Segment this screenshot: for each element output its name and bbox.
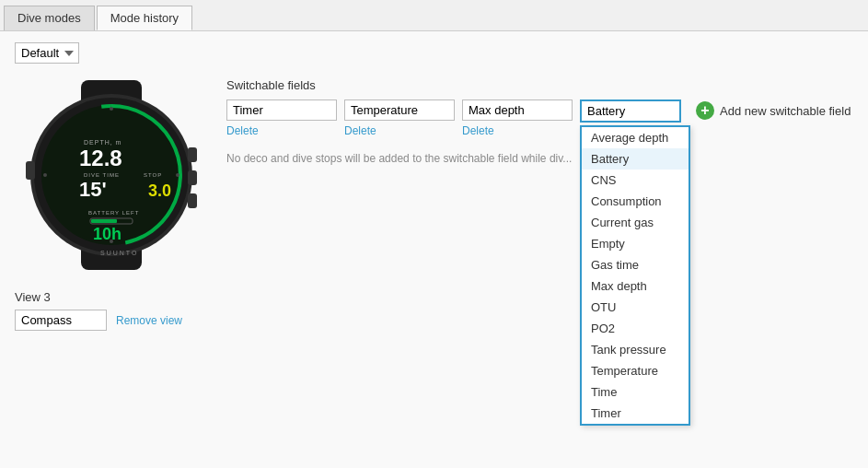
field2-delete[interactable]: Delete <box>344 124 455 137</box>
dropdown-item-max-depth[interactable]: Max depth <box>582 275 689 297</box>
fields-area: Switchable fields Timer Temperature Max … <box>226 78 853 165</box>
field-group-1: Timer Temperature Max depth Battery Dele… <box>226 99 337 137</box>
svg-text:SUUNTO: SUUNTO <box>100 250 138 256</box>
field3-select[interactable]: Timer Temperature Max depth Battery <box>462 99 573 121</box>
tab-dive-modes[interactable]: Dive modes <box>4 6 95 30</box>
field1-select-wrap: Timer Temperature Max depth Battery <box>226 99 337 121</box>
svg-text:BATTERY LEFT: BATTERY LEFT <box>88 210 139 216</box>
main-area: DEPTH, m 12.8 DIVE TIME STOP 15' 3.0 BAT… <box>15 78 853 272</box>
view3-row: Compass Remove view <box>15 310 853 331</box>
tab-bar: Dive modes Mode history <box>0 0 868 31</box>
svg-rect-7 <box>188 193 197 208</box>
svg-rect-5 <box>188 147 197 162</box>
svg-text:12.8: 12.8 <box>79 146 122 170</box>
svg-rect-8 <box>26 161 35 180</box>
svg-text:DEPTH, m: DEPTH, m <box>84 139 122 146</box>
view3-section: View 3 Compass Remove view <box>15 290 853 331</box>
field3-delete[interactable]: Delete <box>462 124 573 137</box>
dropdown-item-current-gas[interactable]: Current gas <box>582 212 689 233</box>
dropdown-item-gas-time[interactable]: Gas time <box>582 254 689 275</box>
switchable-fields-label: Switchable fields <box>226 78 853 92</box>
field-group-2: Timer Temperature Max depth Battery Dele… <box>344 99 455 137</box>
field2-select-wrap: Timer Temperature Max depth Battery <box>344 99 455 121</box>
add-field-label: Add new switchable field <box>720 104 851 118</box>
watch-display: DEPTH, m 12.8 DIVE TIME STOP 15' 3.0 BAT… <box>15 78 208 272</box>
svg-rect-17 <box>91 219 117 223</box>
svg-rect-6 <box>188 170 197 185</box>
field1-select[interactable]: Timer Temperature Max depth Battery <box>226 99 337 121</box>
svg-point-23 <box>176 173 179 177</box>
dropdown-item-tank-pressure[interactable]: Tank pressure <box>582 339 689 360</box>
add-icon: + <box>696 101 714 120</box>
field-group-3: Timer Temperature Max depth Battery Dele… <box>462 99 573 137</box>
remove-view-link[interactable]: Remove view <box>116 314 182 327</box>
svg-text:STOP: STOP <box>144 172 162 178</box>
dropdown-item-otu[interactable]: OTU <box>582 297 689 318</box>
dropdown-item-consumption[interactable]: Consumption <box>582 191 689 212</box>
tab-mode-history[interactable]: Mode history <box>97 6 192 30</box>
svg-point-21 <box>110 240 113 243</box>
field4-select[interactable]: Battery <box>580 99 681 123</box>
fields-row: Timer Temperature Max depth Battery Dele… <box>226 99 853 137</box>
view3-label: View 3 <box>15 290 853 304</box>
dropdown-item-cns[interactable]: CNS <box>582 170 689 191</box>
add-field-button[interactable]: + Add new switchable field <box>696 101 851 120</box>
view3-select[interactable]: Compass <box>15 310 107 331</box>
warning-text: No deco and dive stops will be added to … <box>226 152 595 165</box>
svg-text:15': 15' <box>79 178 107 201</box>
field4-select-wrap: Battery <box>580 99 681 123</box>
main-content: Default <box>0 31 868 468</box>
dropdown-item-empty[interactable]: Empty <box>582 233 689 254</box>
dropdown-item-po2[interactable]: PO2 <box>582 318 689 339</box>
watch-svg: DEPTH, m 12.8 DIVE TIME STOP 15' 3.0 BAT… <box>15 78 208 272</box>
field3-select-wrap: Timer Temperature Max depth Battery <box>462 99 573 121</box>
field-group-4: Battery Average depth Battery CNS Consum… <box>580 99 681 123</box>
dropdown-item-battery[interactable]: Battery <box>582 148 689 170</box>
mode-select-group: Default <box>15 42 853 64</box>
field1-delete[interactable]: Delete <box>226 124 337 137</box>
svg-text:3.0: 3.0 <box>148 181 171 200</box>
field2-select[interactable]: Timer Temperature Max depth Battery <box>344 99 455 121</box>
dropdown-item-timer[interactable]: Timer <box>582 403 689 424</box>
field4-dropdown: Average depth Battery CNS Consumption Cu… <box>580 125 690 426</box>
dropdown-item-time[interactable]: Time <box>582 381 689 403</box>
svg-text:10h: 10h <box>93 225 122 243</box>
svg-point-22 <box>43 173 47 177</box>
svg-point-20 <box>110 107 113 111</box>
dropdown-item-avg-depth[interactable]: Average depth <box>582 127 689 148</box>
dropdown-item-temperature[interactable]: Temperature <box>582 360 689 381</box>
mode-dropdown[interactable]: Default <box>15 42 79 64</box>
